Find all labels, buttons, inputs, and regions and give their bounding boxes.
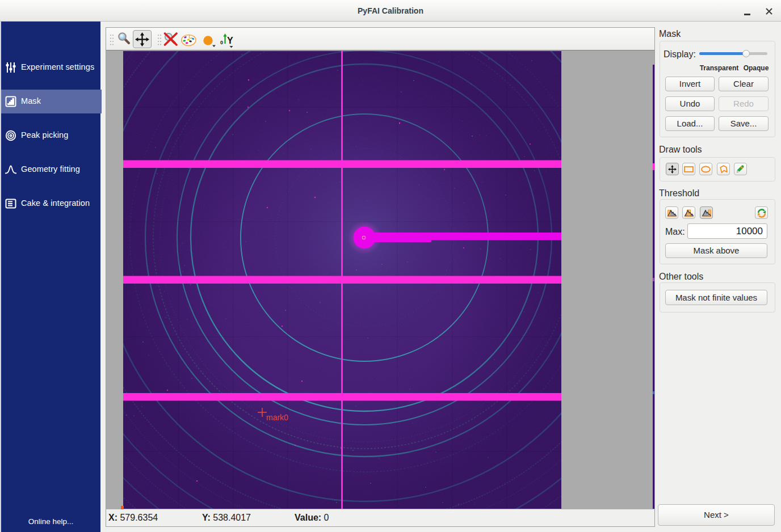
svg-text:0: 0 xyxy=(220,40,223,45)
svg-text:Y: Y xyxy=(227,36,233,45)
svg-text:mark0: mark0 xyxy=(266,413,288,422)
